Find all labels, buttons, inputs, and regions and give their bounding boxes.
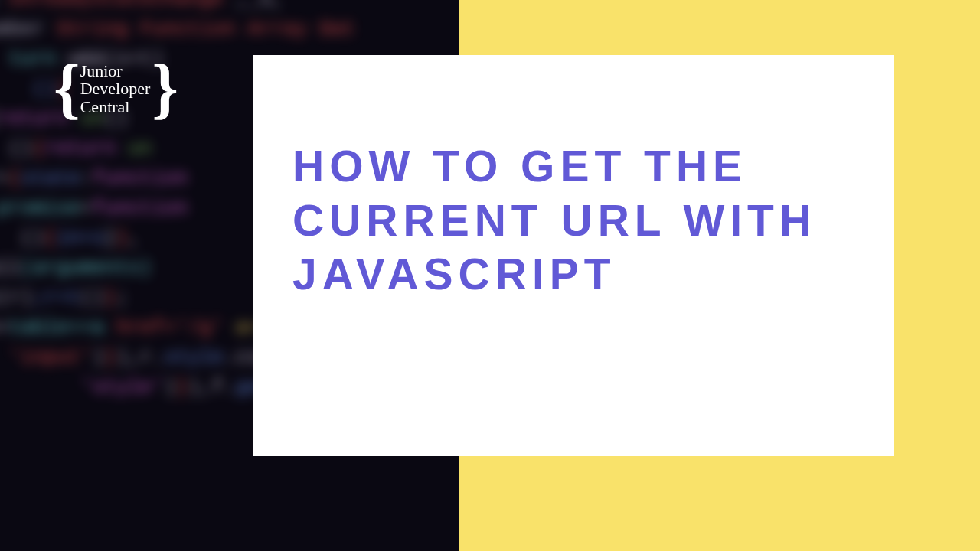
logo-line-1: Junior <box>80 62 151 80</box>
logo-line-3: Central <box>80 98 151 116</box>
logo: { Junior Developer Central } <box>54 55 178 122</box>
logo-text: Junior Developer Central <box>80 62 151 115</box>
logo-line-2: Developer <box>80 80 151 97</box>
main-title: HOW TO GET THE CURRENT URL WITH JAVASCRI… <box>292 139 854 302</box>
title-card: HOW TO GET THE CURRENT URL WITH JAVASCRI… <box>253 55 894 456</box>
open-brace-icon: { <box>54 55 80 122</box>
close-brace-icon: } <box>152 55 178 122</box>
